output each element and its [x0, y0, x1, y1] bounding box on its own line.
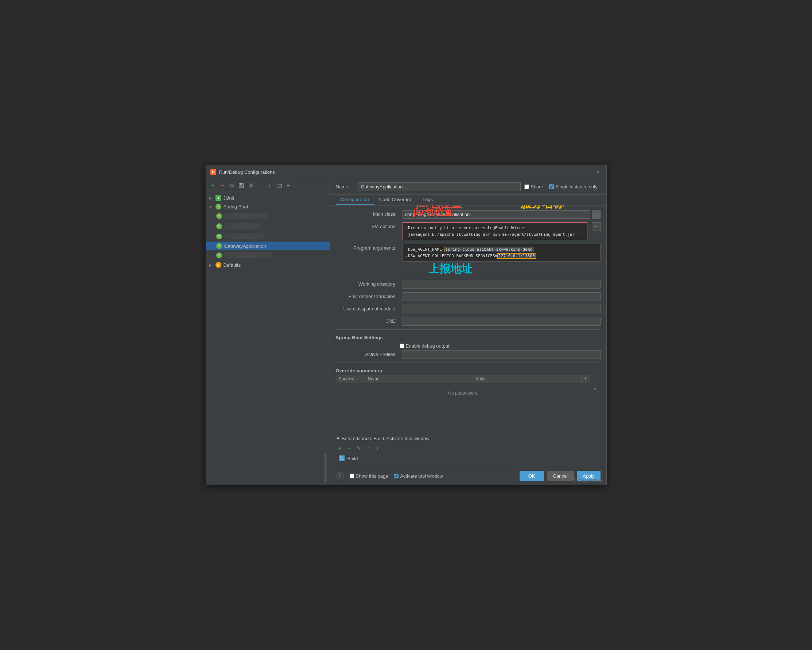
dialog-title: Run/Debug Configurations [219, 169, 275, 175]
name-label: Name: [336, 184, 354, 189]
program-args-box[interactable]: -DSW_AGENT_NAME=spring-cloud-alibaba-sky… [403, 244, 600, 262]
sub-springboot-icon-3: 🍃 [216, 234, 222, 239]
springboot-arrow: ▼ [209, 205, 213, 209]
share-checkbox[interactable] [524, 184, 529, 189]
tree-item-springboot[interactable]: ▼ 🍃 Spring Boot [206, 202, 330, 211]
close-button[interactable]: × [594, 168, 601, 176]
vm-options-box[interactable]: -Dreactor.netty.http.server.accessLogEna… [403, 222, 588, 240]
launch-down-btn[interactable]: ↓ [374, 444, 382, 452]
tab-logs[interactable]: Logs [417, 195, 438, 205]
before-launch-section: ▼ Before launch: Build, Activate tool wi… [330, 431, 606, 467]
single-instance-checkbox-label[interactable]: Single instance only [549, 184, 598, 189]
tree-scrollbar[interactable] [324, 453, 327, 482]
table-expand-btn[interactable]: » [592, 385, 599, 393]
jre-label: JRE: [336, 317, 400, 324]
service-name-label: 服务名称 [520, 206, 564, 211]
activate-window-checkbox[interactable] [394, 473, 398, 478]
tree-item-junit[interactable]: ▶ J JUnit [206, 193, 330, 202]
vm-options-expand-button[interactable]: ⋯ [592, 222, 600, 231]
tree-sub-blurred-2[interactable]: 🍃 [206, 221, 330, 231]
bottom-left: ? Show this page Activate tool window [336, 472, 443, 480]
activate-window-text: Activate tool window [400, 473, 443, 479]
share-checkbox-label[interactable]: Share [524, 184, 543, 189]
working-dir-input[interactable] [403, 280, 600, 289]
override-params-header: Override parameters [336, 366, 600, 375]
jre-input[interactable] [403, 317, 600, 326]
before-launch-toolbar: + − ✎ ↑ ↓ [336, 444, 600, 452]
left-panel: + − ⧉ ↑ ↓ [206, 179, 330, 485]
tree-item-defaults[interactable]: ▶ ⚙ Defaults [206, 260, 330, 269]
add-config-button[interactable]: + [209, 181, 217, 189]
launch-edit-btn[interactable]: ✎ [355, 444, 363, 452]
blurred-item-4 [224, 253, 272, 258]
before-launch-title: ▼ Before launch: Build, Activate tool wi… [336, 436, 600, 441]
prog-arg-line-2: -DSW_AGENT_COLLECTOR_BACKEND_SERVICES=12… [406, 253, 597, 259]
no-params-text: No parameters [448, 391, 477, 396]
prog-arg-2-prefix: -DSW_AGENT_COLLECTOR_BACKEND_SERVICES= [406, 254, 498, 258]
junit-arrow: ▶ [209, 196, 213, 200]
sub-springboot-icon-4: 🍃 [216, 253, 222, 258]
activate-window-label[interactable]: Activate tool window [394, 473, 443, 479]
enable-debug-label[interactable]: Enable debug output [400, 343, 450, 349]
program-args-row: Program arguments: -DSW_AGENT_NAME=sprin… [336, 244, 600, 262]
right-panel: Name: Share Single instance only Configu… [330, 179, 606, 485]
active-profiles-label: Active Profiles: [336, 350, 400, 357]
single-instance-checkbox[interactable] [549, 184, 554, 189]
folder-button[interactable] [275, 181, 283, 189]
classpath-row: Use classpath of module: [336, 304, 600, 314]
copy-config-button[interactable]: ⧉ [228, 181, 236, 189]
build-label: Build [348, 456, 358, 461]
blurred-item-2 [224, 223, 261, 229]
title-bar: U Run/Debug Configurations × [206, 165, 606, 179]
move-up-button[interactable]: ↑ [256, 181, 264, 189]
enable-debug-checkbox[interactable] [400, 344, 404, 348]
defaults-icon: ⚙ [215, 262, 221, 268]
springboot-group: ▼ 🍃 Spring Boot 🍃 🍃 🍃 [206, 202, 330, 260]
launch-add-btn[interactable]: + [336, 444, 344, 452]
report-addr-annotation-area: 上报地址 [336, 265, 600, 280]
save-config-button[interactable] [237, 181, 246, 189]
enable-debug-row: Enable debug output [336, 342, 600, 350]
tree-sub-blurred-3[interactable]: 🍃 [206, 231, 330, 242]
classpath-input[interactable] [403, 304, 600, 314]
tab-configuration[interactable]: Configuration [336, 195, 374, 205]
help-icon[interactable]: ? [336, 472, 344, 480]
active-profiles-row: Active Profiles: [336, 350, 600, 359]
sort-button[interactable] [285, 181, 293, 189]
name-input[interactable] [358, 182, 521, 191]
launch-remove-btn[interactable]: − [345, 444, 353, 452]
springboot-label: Spring Boot [223, 204, 248, 210]
build-icon: 0110 [339, 455, 345, 461]
config-tabs: Configuration Code Coverage Logs [330, 195, 606, 206]
move-down-button[interactable]: ↓ [266, 181, 274, 189]
ok-button[interactable]: OK [520, 471, 544, 481]
vm-line-1: -Dreactor.netty.http.server.accessLogEna… [406, 225, 584, 231]
jre-row: JRE: [336, 317, 600, 326]
settings-button[interactable] [247, 181, 255, 189]
tree-item-gateway[interactable]: 🍃 GatewayApplication [206, 242, 330, 250]
env-vars-input[interactable] [403, 292, 600, 301]
jar-label: jar包位置 [416, 206, 462, 211]
params-table-main: Enabled Name Value + No parameters [336, 375, 590, 403]
show-page-label[interactable]: Show this page [350, 473, 388, 479]
dsw-name-value: spring-cloud-alibaba-skywalking-demo [444, 247, 533, 252]
dsw-addr-value: 127.0.0.1:11800 [498, 253, 536, 259]
override-params-table: Enabled Name Value + No parameters − » [336, 375, 600, 403]
active-profiles-input[interactable] [403, 350, 600, 359]
tab-code-coverage[interactable]: Code Coverage [374, 195, 417, 205]
add-param-button[interactable]: + [581, 375, 590, 383]
junit-icon: J [215, 195, 221, 201]
vm-options-row: VM options: -Dreactor.netty.http.server.… [336, 222, 600, 240]
table-minus-btn[interactable]: − [592, 376, 599, 384]
remove-config-button[interactable]: − [218, 181, 226, 189]
tree-sub-blurred-1[interactable]: 🍃 [206, 211, 330, 221]
tree-sub-blurred-4[interactable]: 🍃 [206, 250, 330, 260]
enable-debug-text: Enable debug output [406, 343, 450, 349]
main-class-label: Main class: [336, 210, 400, 217]
build-item: 0110 Build [336, 454, 600, 462]
launch-up-btn[interactable]: ↑ [364, 444, 372, 452]
bottom-bar: ? Show this page Activate tool window OK… [330, 467, 606, 485]
show-page-checkbox[interactable] [350, 473, 354, 478]
main-class-browse-button[interactable]: ... [592, 210, 600, 219]
cancel-button[interactable]: Cancel [547, 471, 574, 481]
